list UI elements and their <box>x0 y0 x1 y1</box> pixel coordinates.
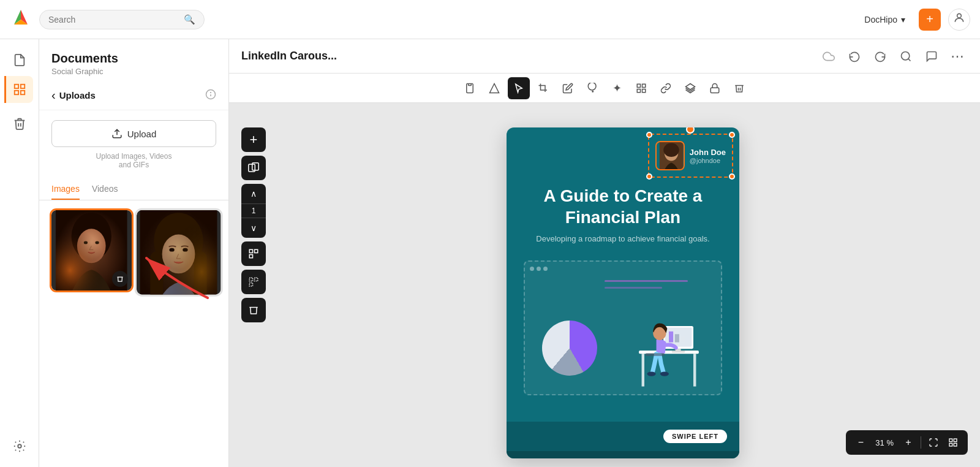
add-element-button[interactable]: + <box>241 127 266 152</box>
svg-rect-42 <box>249 283 252 286</box>
svg-rect-41 <box>255 278 258 281</box>
sidebar-item-settings[interactable] <box>6 433 33 460</box>
sidebar-item-trash[interactable] <box>6 110 33 137</box>
search-box[interactable]: 🔍 <box>39 10 205 29</box>
crop-tool-button[interactable] <box>532 77 554 99</box>
sparkle-tool-button[interactable]: ✦ <box>606 77 628 99</box>
grid-tool-button[interactable] <box>630 77 652 99</box>
resize-handle-bl[interactable] <box>646 173 652 180</box>
svg-rect-30 <box>643 84 646 87</box>
svg-rect-34 <box>710 88 719 93</box>
svg-point-58 <box>660 372 669 376</box>
card-inner: John Doe @johndoe A Guide to Create a Fi… <box>507 127 739 422</box>
svg-point-6 <box>18 444 21 448</box>
layers-tool-button[interactable] <box>679 77 701 99</box>
redo-button[interactable] <box>870 46 891 67</box>
zoom-fit-button[interactable] <box>925 434 942 451</box>
add-new-button[interactable]: + <box>919 9 941 31</box>
pages-overview-button[interactable] <box>241 156 266 180</box>
select-tool-button[interactable] <box>508 77 530 99</box>
pencil-tool-button[interactable] <box>557 77 579 99</box>
svg-rect-5 <box>20 91 24 94</box>
tab-videos[interactable]: Videos <box>92 179 118 200</box>
upload-label: Upload <box>127 129 157 139</box>
chart-dots <box>530 267 548 271</box>
design-card[interactable]: John Doe @johndoe A Guide to Create a Fi… <box>507 127 739 458</box>
profile-element[interactable]: John Doe @johndoe <box>652 137 729 174</box>
zoom-grid-button[interactable] <box>944 434 962 451</box>
svg-point-1 <box>957 13 962 18</box>
resize-handle-tl[interactable] <box>646 132 652 138</box>
app-logo[interactable] <box>10 7 32 32</box>
comments-button[interactable] <box>921 46 942 67</box>
svg-rect-53 <box>669 332 673 343</box>
info-icon[interactable] <box>205 89 216 102</box>
svg-rect-40 <box>249 278 252 281</box>
topbar-actions: ⋯ <box>818 46 968 67</box>
user-profile-button[interactable] <box>948 9 970 31</box>
uploads-back-button[interactable]: ‹ Uploads <box>51 88 205 102</box>
svg-rect-38 <box>255 249 258 252</box>
media-thumb-1[interactable] <box>51 210 132 290</box>
svg-rect-2 <box>14 85 18 88</box>
more-options-button[interactable]: ⋯ <box>947 46 968 67</box>
tool-bar: ✦ <box>229 74 980 103</box>
document-title: LinkedIn Carous... <box>241 50 813 63</box>
resize-handle-br[interactable] <box>729 173 735 180</box>
undo-button[interactable] <box>844 46 865 67</box>
svg-rect-32 <box>643 89 646 92</box>
card-headline: A Guide to Create a Financial Plan Devel… <box>524 185 722 253</box>
svg-rect-28 <box>469 83 472 85</box>
upload-button[interactable]: Upload <box>51 120 216 147</box>
card-headline-text: A Guide to Create a Financial Plan <box>524 185 722 228</box>
canvas-search-button[interactable] <box>895 46 916 67</box>
shape-tool-button[interactable] <box>483 77 505 99</box>
tab-images[interactable]: Images <box>51 179 80 200</box>
delete-tool-button[interactable] <box>728 77 750 99</box>
svg-point-26 <box>902 51 910 59</box>
clipboard-tool-button[interactable] <box>459 77 481 99</box>
lock-tool-button[interactable] <box>704 77 726 99</box>
resize-handle-tr[interactable] <box>729 132 735 138</box>
sidebar-item-templates[interactable] <box>4 76 33 103</box>
panel-title: Documents <box>51 51 216 66</box>
paint-tool-button[interactable] <box>581 77 603 99</box>
user-icon <box>953 12 965 27</box>
vertical-toolbar: + ∧ 1 ∨ <box>241 127 266 322</box>
page-up-button[interactable]: ∧ <box>241 184 266 203</box>
zoom-out-button[interactable]: − <box>852 434 869 451</box>
media-thumb-2[interactable] <box>137 210 221 294</box>
grid-view-button[interactable] <box>241 241 266 266</box>
card-illustration[interactable] <box>524 260 722 395</box>
media-tabs: Images Videos <box>39 179 228 200</box>
svg-rect-47 <box>642 354 644 386</box>
search-icon: 🔍 <box>184 14 195 25</box>
svg-point-45 <box>663 143 679 157</box>
pie-chart <box>542 321 597 376</box>
link-tool-button[interactable] <box>655 77 677 99</box>
zoom-in-button[interactable]: + <box>900 434 917 451</box>
more-pages-button[interactable] <box>241 270 266 294</box>
back-icon: ‹ <box>51 88 56 102</box>
plus-icon: + <box>926 12 933 26</box>
canvas-scroll[interactable]: + ∧ 1 ∨ <box>229 103 980 467</box>
sidebar-item-documents[interactable] <box>6 47 33 74</box>
profile-info: John Doe @johndoe <box>690 148 726 164</box>
card-footer: SWIPE LEFT <box>507 422 739 451</box>
profile-picture <box>655 141 685 170</box>
design-card-container: John Doe @johndoe A Guide to Create a Fi… <box>507 127 739 458</box>
rotate-handle[interactable] <box>686 127 695 134</box>
delete-page-button[interactable] <box>241 298 266 322</box>
profile-name-text: John Doe <box>690 148 726 157</box>
svg-rect-52 <box>671 351 685 353</box>
search-input[interactable] <box>48 15 179 25</box>
svg-rect-62 <box>949 443 952 446</box>
svg-rect-39 <box>249 255 252 258</box>
cloud-save-button[interactable] <box>818 46 839 67</box>
page-down-button[interactable]: ∨ <box>241 218 266 238</box>
delete-image-1-button[interactable] <box>112 271 128 287</box>
uploads-header: ‹ Uploads <box>39 81 228 110</box>
desk-illustration <box>629 296 709 394</box>
dochipo-menu[interactable]: DocHipo ▾ <box>858 11 911 28</box>
zoom-bar: − 31 % + <box>846 430 968 455</box>
